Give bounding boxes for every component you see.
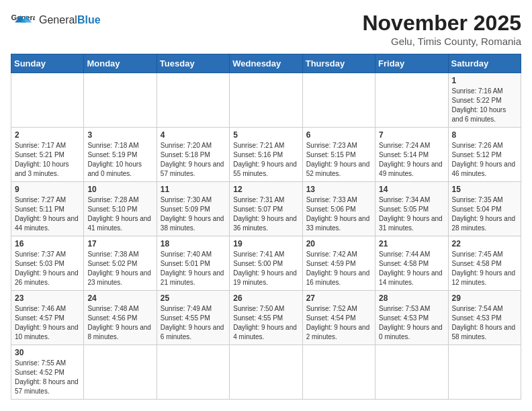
day-number: 25: [161, 293, 226, 303]
logo: General GeneralBlue: [11, 11, 101, 30]
calendar-cell: [302, 345, 375, 400]
calendar-cell: 3Sunrise: 7:18 AM Sunset: 5:19 PM Daylig…: [84, 128, 157, 182]
cell-content: Sunrise: 7:41 AM Sunset: 5:00 PM Dayligh…: [233, 250, 298, 287]
weekday-header-tuesday: Tuesday: [157, 54, 229, 73]
day-number: 10: [87, 185, 152, 194]
cell-content: Sunrise: 7:28 AM Sunset: 5:10 PM Dayligh…: [87, 195, 152, 233]
day-number: 11: [161, 185, 226, 194]
calendar-cell: 16Sunrise: 7:37 AM Sunset: 5:03 PM Dayli…: [11, 236, 84, 291]
week-row-5: 23Sunrise: 7:46 AM Sunset: 4:57 PM Dayli…: [11, 291, 521, 345]
weekday-header-row: SundayMondayTuesdayWednesdayThursdayFrid…: [11, 54, 521, 73]
week-row-1: 1Sunrise: 7:16 AM Sunset: 5:22 PM Daylig…: [11, 73, 521, 128]
logo-icon: General: [11, 11, 35, 30]
weekday-header-wednesday: Wednesday: [230, 54, 302, 73]
cell-content: Sunrise: 7:18 AM Sunset: 5:19 PM Dayligh…: [87, 141, 152, 179]
day-number: 22: [452, 239, 517, 248]
calendar-cell: 12Sunrise: 7:31 AM Sunset: 5:07 PM Dayli…: [230, 182, 302, 236]
cell-content: Sunrise: 7:44 AM Sunset: 4:58 PM Dayligh…: [379, 250, 444, 287]
day-number: 23: [15, 293, 80, 303]
cell-content: Sunrise: 7:49 AM Sunset: 4:55 PM Dayligh…: [161, 304, 226, 342]
weekday-header-saturday: Saturday: [448, 54, 521, 73]
day-number: 1: [452, 76, 517, 85]
day-number: 21: [379, 239, 444, 248]
calendar-cell: 20Sunrise: 7:42 AM Sunset: 4:59 PM Dayli…: [302, 236, 375, 291]
cell-content: Sunrise: 7:40 AM Sunset: 5:01 PM Dayligh…: [161, 250, 226, 287]
day-number: 27: [306, 293, 371, 303]
cell-content: Sunrise: 7:26 AM Sunset: 5:12 PM Dayligh…: [452, 141, 517, 179]
calendar-cell: 18Sunrise: 7:40 AM Sunset: 5:01 PM Dayli…: [157, 236, 229, 291]
cell-content: Sunrise: 7:20 AM Sunset: 5:18 PM Dayligh…: [161, 141, 226, 179]
cell-content: Sunrise: 7:16 AM Sunset: 5:22 PM Dayligh…: [452, 87, 517, 124]
day-number: 13: [306, 185, 371, 194]
calendar-cell: 9Sunrise: 7:27 AM Sunset: 5:11 PM Daylig…: [11, 182, 84, 236]
cell-content: Sunrise: 7:52 AM Sunset: 4:54 PM Dayligh…: [306, 304, 371, 342]
cell-content: Sunrise: 7:45 AM Sunset: 4:58 PM Dayligh…: [452, 250, 517, 287]
day-number: 6: [306, 130, 371, 140]
calendar-cell: 22Sunrise: 7:45 AM Sunset: 4:58 PM Dayli…: [448, 236, 521, 291]
calendar-cell: [448, 345, 521, 400]
location-subtitle: Gelu, Timis County, Romania: [362, 36, 521, 47]
title-area: November 2025 Gelu, Timis County, Romani…: [362, 11, 521, 47]
cell-content: Sunrise: 7:34 AM Sunset: 5:05 PM Dayligh…: [379, 195, 444, 233]
cell-content: Sunrise: 7:23 AM Sunset: 5:15 PM Dayligh…: [306, 141, 371, 179]
cell-content: Sunrise: 7:31 AM Sunset: 5:07 PM Dayligh…: [233, 195, 298, 233]
week-row-6: 30Sunrise: 7:55 AM Sunset: 4:52 PM Dayli…: [11, 345, 521, 400]
calendar-cell: [230, 73, 302, 128]
calendar-cell: [11, 73, 84, 128]
day-number: 28: [379, 293, 444, 303]
week-row-4: 16Sunrise: 7:37 AM Sunset: 5:03 PM Dayli…: [11, 236, 521, 291]
week-row-2: 2Sunrise: 7:17 AM Sunset: 5:21 PM Daylig…: [11, 128, 521, 182]
calendar-cell: 29Sunrise: 7:54 AM Sunset: 4:53 PM Dayli…: [448, 291, 521, 345]
cell-content: Sunrise: 7:48 AM Sunset: 4:56 PM Dayligh…: [87, 304, 152, 342]
day-number: 2: [15, 130, 80, 140]
calendar-cell: 8Sunrise: 7:26 AM Sunset: 5:12 PM Daylig…: [448, 128, 521, 182]
calendar-cell: 13Sunrise: 7:33 AM Sunset: 5:06 PM Dayli…: [302, 182, 375, 236]
calendar-cell: 1Sunrise: 7:16 AM Sunset: 5:22 PM Daylig…: [448, 73, 521, 128]
day-number: 16: [15, 239, 80, 248]
cell-content: Sunrise: 7:46 AM Sunset: 4:57 PM Dayligh…: [15, 304, 80, 342]
cell-content: Sunrise: 7:54 AM Sunset: 4:53 PM Dayligh…: [452, 304, 517, 342]
day-number: 4: [161, 130, 226, 140]
calendar-cell: [375, 73, 448, 128]
logo-general: General: [39, 14, 77, 26]
calendar-cell: 15Sunrise: 7:35 AM Sunset: 5:04 PM Dayli…: [448, 182, 521, 236]
month-title: November 2025: [362, 11, 521, 36]
day-number: 24: [87, 293, 152, 303]
calendar-cell: 6Sunrise: 7:23 AM Sunset: 5:15 PM Daylig…: [302, 128, 375, 182]
calendar-cell: 19Sunrise: 7:41 AM Sunset: 5:00 PM Dayli…: [230, 236, 302, 291]
cell-content: Sunrise: 7:33 AM Sunset: 5:06 PM Dayligh…: [306, 195, 371, 233]
cell-content: Sunrise: 7:50 AM Sunset: 4:55 PM Dayligh…: [233, 304, 298, 342]
day-number: 15: [452, 185, 517, 194]
cell-content: Sunrise: 7:55 AM Sunset: 4:52 PM Dayligh…: [15, 359, 80, 396]
week-row-3: 9Sunrise: 7:27 AM Sunset: 5:11 PM Daylig…: [11, 182, 521, 236]
cell-content: Sunrise: 7:53 AM Sunset: 4:53 PM Dayligh…: [379, 304, 444, 342]
calendar-cell: 7Sunrise: 7:24 AM Sunset: 5:14 PM Daylig…: [375, 128, 448, 182]
day-number: 12: [233, 185, 298, 194]
calendar-cell: 23Sunrise: 7:46 AM Sunset: 4:57 PM Dayli…: [11, 291, 84, 345]
cell-content: Sunrise: 7:38 AM Sunset: 5:02 PM Dayligh…: [87, 250, 152, 287]
day-number: 5: [233, 130, 298, 140]
day-number: 18: [161, 239, 226, 248]
cell-content: Sunrise: 7:42 AM Sunset: 4:59 PM Dayligh…: [306, 250, 371, 287]
day-number: 9: [15, 185, 80, 194]
calendar-cell: 4Sunrise: 7:20 AM Sunset: 5:18 PM Daylig…: [157, 128, 229, 182]
day-number: 29: [452, 293, 517, 303]
calendar-cell: [375, 345, 448, 400]
calendar-cell: 14Sunrise: 7:34 AM Sunset: 5:05 PM Dayli…: [375, 182, 448, 236]
calendar-cell: 24Sunrise: 7:48 AM Sunset: 4:56 PM Dayli…: [84, 291, 157, 345]
weekday-header-thursday: Thursday: [302, 54, 375, 73]
cell-content: Sunrise: 7:21 AM Sunset: 5:16 PM Dayligh…: [233, 141, 298, 179]
cell-content: Sunrise: 7:24 AM Sunset: 5:14 PM Dayligh…: [379, 141, 444, 179]
calendar-cell: [230, 345, 302, 400]
calendar-cell: 26Sunrise: 7:50 AM Sunset: 4:55 PM Dayli…: [230, 291, 302, 345]
calendar-cell: [157, 73, 229, 128]
cell-content: Sunrise: 7:30 AM Sunset: 5:09 PM Dayligh…: [161, 195, 226, 233]
weekday-header-monday: Monday: [84, 54, 157, 73]
day-number: 26: [233, 293, 298, 303]
weekday-header-friday: Friday: [375, 54, 448, 73]
calendar-header: General GeneralBlue November 2025 Gelu, …: [11, 11, 521, 47]
day-number: 3: [87, 130, 152, 140]
calendar-cell: 11Sunrise: 7:30 AM Sunset: 5:09 PM Dayli…: [157, 182, 229, 236]
calendar-cell: 28Sunrise: 7:53 AM Sunset: 4:53 PM Dayli…: [375, 291, 448, 345]
calendar-cell: [84, 345, 157, 400]
